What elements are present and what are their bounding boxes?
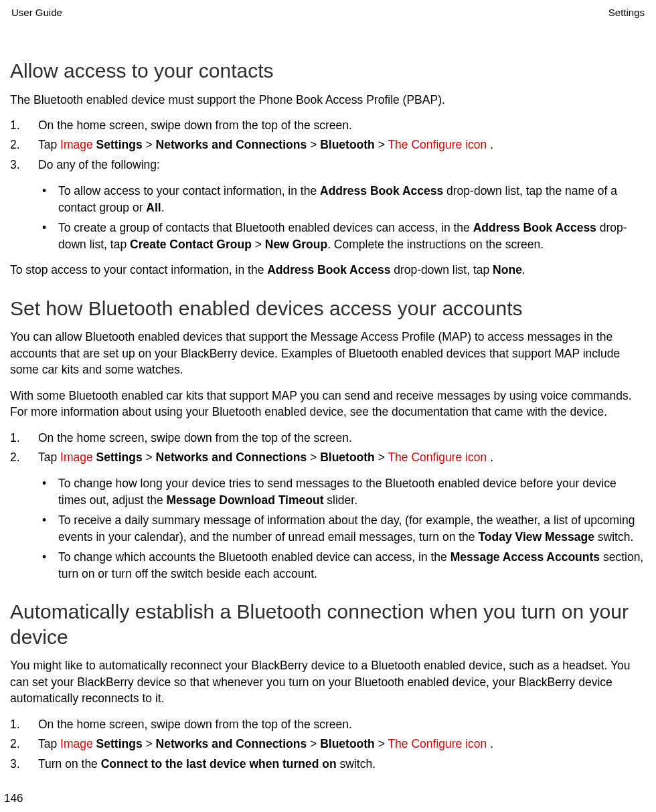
- section-auto-connect: Automatically establish a Bluetooth conn…: [10, 599, 646, 773]
- section3-step3: Turn on the Connect to the last device w…: [10, 756, 646, 773]
- section2-bullet3: To change which accounts the Bluetooth e…: [10, 549, 646, 582]
- section3-step2: Tap Image Settings > Networks and Connec…: [10, 736, 646, 752]
- page-header: User Guide Settings: [10, 7, 646, 18]
- section1-steps: On the home screen, swipe down from the …: [10, 117, 646, 173]
- section-allow-access: Allow access to your contacts The Blueto…: [10, 58, 646, 278]
- section2-bullets: To change how long your device tries to …: [10, 475, 646, 582]
- header-right: Settings: [608, 7, 645, 18]
- section1-bullet1: To allow access to your contact informat…: [10, 183, 646, 216]
- section2-title: Set how Bluetooth enabled devices access…: [10, 296, 646, 321]
- image-placeholder: Image: [60, 737, 93, 750]
- section1-step2: Tap Image Settings > Networks and Connec…: [10, 137, 646, 153]
- section3-step1: On the home screen, swipe down from the …: [10, 716, 646, 733]
- section1-step1: On the home screen, swipe down from the …: [10, 117, 646, 134]
- configure-icon-text: The Configure icon: [388, 138, 490, 151]
- section2-bullet1: To change how long your device tries to …: [10, 475, 646, 508]
- page-number: 146: [4, 792, 23, 805]
- configure-icon-text: The Configure icon: [388, 737, 490, 750]
- section3-para1: You might like to automatically reconnec…: [10, 657, 646, 707]
- image-placeholder: Image: [60, 138, 93, 151]
- section3-title: Automatically establish a Bluetooth conn…: [10, 599, 646, 649]
- section2-para2: With some Bluetooth enabled car kits tha…: [10, 388, 646, 420]
- section1-outro: To stop access to your contact informati…: [10, 262, 646, 278]
- section1-title: Allow access to your contacts: [10, 58, 646, 84]
- section2-steps: On the home screen, swipe down from the …: [10, 430, 646, 467]
- configure-icon-text: The Configure icon: [388, 451, 490, 464]
- image-placeholder: Image: [60, 451, 93, 464]
- header-left: User Guide: [11, 7, 62, 18]
- section3-steps: On the home screen, swipe down from the …: [10, 716, 646, 773]
- section1-bullets: To allow access to your contact informat…: [10, 183, 646, 252]
- section2-step1: On the home screen, swipe down from the …: [10, 430, 646, 446]
- section1-intro: The Bluetooth enabled device must suppor…: [10, 92, 646, 108]
- section1-bullet2: To create a group of contacts that Bluet…: [10, 220, 646, 252]
- section2-para1: You can allow Bluetooth enabled devices …: [10, 329, 646, 378]
- section2-step2: Tap Image Settings > Networks and Connec…: [10, 449, 646, 466]
- section1-step3: Do any of the following:: [10, 157, 646, 173]
- section-bluetooth-accounts: Set how Bluetooth enabled devices access…: [10, 296, 646, 582]
- section2-bullet2: To receive a daily summary message of in…: [10, 512, 646, 545]
